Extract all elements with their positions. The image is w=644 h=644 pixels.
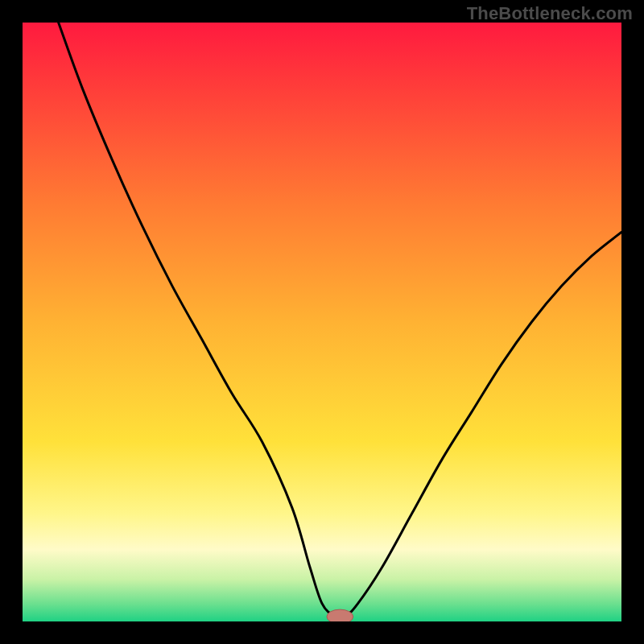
chart-plot-area — [23, 23, 621, 621]
optimum-marker — [327, 609, 353, 621]
chart-svg — [23, 23, 621, 621]
watermark-text: TheBottleneck.com — [467, 3, 633, 24]
chart-frame: TheBottleneck.com — [0, 0, 644, 644]
